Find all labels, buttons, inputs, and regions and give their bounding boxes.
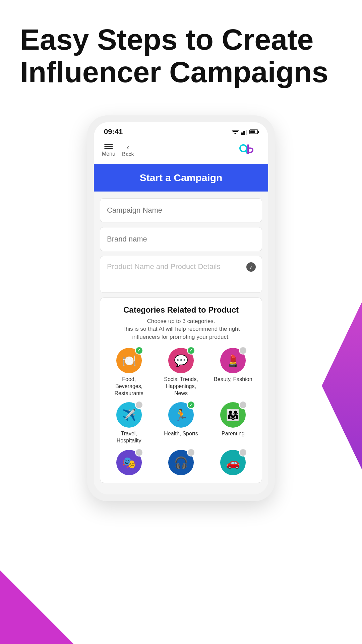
category-parenting[interactable]: 👨‍👩‍👧 Parenting bbox=[210, 402, 256, 444]
hamburger-icon bbox=[104, 148, 113, 149]
category-food-icon-wrapper: 🍽️ ✓ bbox=[116, 348, 142, 373]
music-uncheck-badge bbox=[187, 448, 195, 457]
status-time: 09:41 bbox=[104, 127, 123, 136]
category-beauty[interactable]: 💄 Beauty, Fashion bbox=[210, 348, 256, 397]
campaign-header-banner: Start a Campaign bbox=[94, 164, 268, 192]
status-icons bbox=[232, 128, 258, 135]
page-main-title: Easy Steps to Create Influencer Campaign… bbox=[20, 23, 342, 89]
category-parenting-icon-wrapper: 👨‍👩‍👧 bbox=[220, 402, 246, 428]
back-chevron-icon: ‹ bbox=[127, 144, 129, 151]
product-details-wrapper[interactable]: Product Name and Product Details i bbox=[100, 256, 262, 293]
category-music[interactable]: 🎧 bbox=[158, 450, 204, 475]
category-arts[interactable]: 🎭 bbox=[106, 450, 152, 475]
product-details-placeholder: Product Name and Product Details bbox=[107, 262, 221, 271]
hamburger-icon bbox=[104, 144, 113, 145]
category-parenting-label: Parenting bbox=[222, 430, 245, 437]
food-check-badge: ✓ bbox=[135, 346, 143, 355]
category-health-icon-wrapper: 🏃 ✓ bbox=[168, 402, 194, 428]
categories-subtitle: Choose up to 3 categories.This is so tha… bbox=[106, 317, 256, 341]
category-travel-label: Travel,Hospitality bbox=[117, 430, 141, 444]
category-social-label: Social Trends,Happenings,News bbox=[164, 376, 198, 397]
back-label: Back bbox=[122, 151, 134, 157]
auto-uncheck-badge bbox=[239, 448, 247, 457]
brand-name-input[interactable] bbox=[100, 227, 262, 251]
decorative-triangle-left bbox=[0, 570, 74, 644]
form-area: Product Name and Product Details i Categ… bbox=[94, 192, 268, 494]
social-check-badge: ✓ bbox=[187, 346, 195, 355]
battery-fill bbox=[250, 130, 255, 133]
back-button[interactable]: ‹ Back bbox=[122, 144, 134, 157]
signal-icon bbox=[241, 128, 247, 135]
info-icon[interactable]: i bbox=[246, 262, 256, 272]
nav-bar: Menu ‹ Back bbox=[94, 139, 268, 164]
campaign-name-input[interactable] bbox=[100, 198, 262, 222]
status-bar: 09:41 bbox=[94, 122, 268, 139]
parenting-uncheck-badge bbox=[239, 401, 247, 409]
beauty-uncheck-badge bbox=[239, 346, 247, 355]
svg-line-4 bbox=[246, 151, 247, 154]
svg-marker-2 bbox=[234, 133, 237, 134]
category-health[interactable]: 🏃 ✓ Health, Sports bbox=[158, 402, 204, 444]
category-travel[interactable]: ✈️ Travel,Hospitality bbox=[106, 402, 152, 444]
battery-icon bbox=[249, 129, 258, 134]
category-beauty-icon-wrapper: 💄 bbox=[220, 348, 246, 373]
menu-button[interactable]: Menu bbox=[102, 144, 115, 157]
categories-grid: 🍽️ ✓ Food,Beverages,Restaurants 💬 ✓ S bbox=[106, 348, 256, 444]
phone-screen: 09:41 bbox=[94, 122, 268, 494]
category-health-label: Health, Sports bbox=[164, 430, 198, 437]
campaign-header-title: Start a Campaign bbox=[140, 172, 223, 183]
categories-section: Categories Related to Product Choose up … bbox=[100, 298, 262, 483]
arts-uncheck-badge bbox=[135, 448, 143, 457]
category-music-icon-wrapper: 🎧 bbox=[168, 450, 194, 475]
category-auto-icon-wrapper: 🚗 bbox=[220, 450, 246, 475]
category-travel-icon-wrapper: ✈️ bbox=[116, 402, 142, 428]
categories-bottom-row: 🎭 🎧 bbox=[106, 450, 256, 475]
phone-mockup: 09:41 bbox=[87, 115, 275, 501]
category-auto[interactable]: 🚗 bbox=[210, 450, 256, 475]
categories-title: Categories Related to Product bbox=[106, 305, 256, 315]
category-social-icon-wrapper: 💬 ✓ bbox=[168, 348, 194, 373]
wifi-icon bbox=[232, 129, 239, 135]
hamburger-icon bbox=[104, 146, 113, 147]
health-check-badge: ✓ bbox=[187, 401, 195, 409]
travel-uncheck-badge bbox=[135, 401, 143, 409]
category-beauty-label: Beauty, Fashion bbox=[214, 376, 252, 383]
category-social[interactable]: 💬 ✓ Social Trends,Happenings,News bbox=[158, 348, 204, 397]
category-food[interactable]: 🍽️ ✓ Food,Beverages,Restaurants bbox=[106, 348, 152, 397]
category-arts-icon-wrapper: 🎭 bbox=[116, 450, 142, 475]
category-food-label: Food,Beverages,Restaurants bbox=[115, 376, 143, 397]
app-logo bbox=[238, 142, 257, 159]
menu-label: Menu bbox=[102, 151, 115, 157]
logo-svg bbox=[238, 142, 257, 158]
